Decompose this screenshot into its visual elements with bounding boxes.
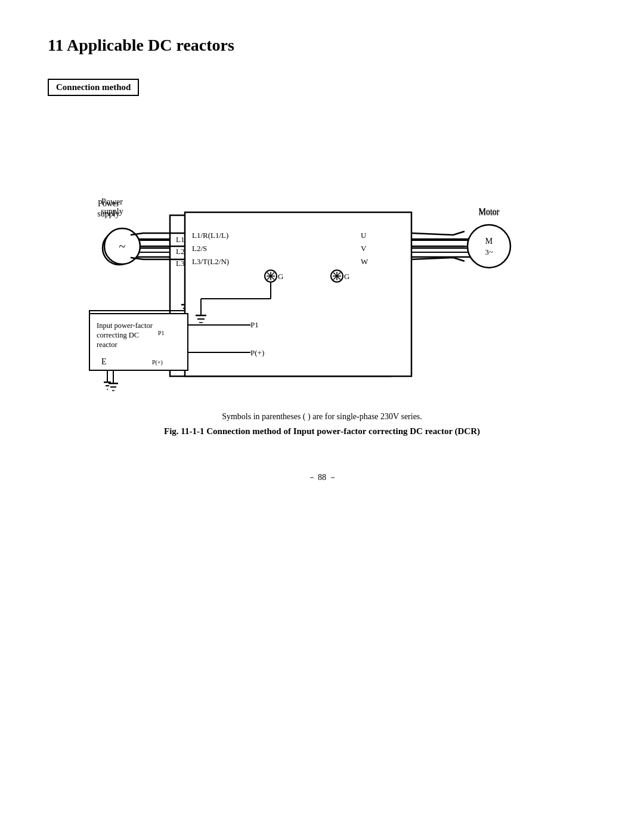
M-label: M xyxy=(485,237,493,246)
power-supply-label: Power xyxy=(101,197,123,206)
svg-point-87 xyxy=(467,225,510,268)
power-supply-label2: supply xyxy=(101,207,123,216)
tilde-symbol: ~ xyxy=(119,240,126,253)
caption-text: Symbols in parentheses ( ) are for singl… xyxy=(48,412,596,422)
figure-caption: Fig. 11‑1‑1 Connection method of Input p… xyxy=(48,426,596,436)
diagram-wrapper: Power supply ~ L1/R(L1/L) L2/S L3/T(L2/N… xyxy=(66,108,578,394)
page-number: － 88 － xyxy=(48,472,596,483)
L2-label: L2/S xyxy=(192,244,207,253)
page: 11 Applicable DC reactors Connection met… xyxy=(0,0,644,519)
V-label: V xyxy=(361,244,367,253)
reactor-P1-sup: P1 xyxy=(158,330,165,336)
three-phase-label: 3~ xyxy=(485,247,493,256)
Pplus-inside-label: P(+) xyxy=(250,348,264,357)
E-label: E xyxy=(101,357,107,366)
L1-label: L1/R(L1/L) xyxy=(192,231,228,240)
L3-label: L3/T(L2/N) xyxy=(192,257,229,266)
G-right-label: G xyxy=(344,272,349,281)
W-label: W xyxy=(361,257,369,266)
reactor-line1: Input power-factor xyxy=(97,321,153,330)
U-label: U xyxy=(361,231,367,240)
P1-inside-label: P1 xyxy=(250,320,259,329)
Pplus-label: P(+) xyxy=(152,359,163,366)
motor-label: Motor xyxy=(479,207,500,216)
page-title: 11 Applicable DC reactors xyxy=(48,36,596,55)
reactor-line3: reactor xyxy=(97,340,118,349)
main-circuit-diagram: Power supply ~ L1/R(L1/L) L2/S L3/T(L2/N… xyxy=(66,108,578,394)
section-header: Connection method xyxy=(48,79,139,96)
reactor-line2: correcting DC xyxy=(97,331,139,339)
G-left-label: G xyxy=(278,272,283,281)
